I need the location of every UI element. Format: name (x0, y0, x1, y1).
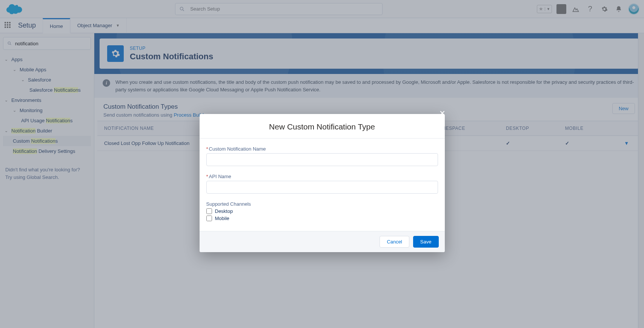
checkbox-label: Desktop (215, 208, 233, 214)
close-button[interactable]: ✕ (439, 109, 446, 118)
new-notification-type-modal: ✕ New Custom Notification Type *Custom N… (200, 114, 445, 252)
save-button[interactable]: Save (413, 236, 439, 248)
api-name-input[interactable] (206, 181, 438, 194)
desktop-checkbox[interactable] (206, 208, 212, 214)
label-supported-channels: Supported Channels (206, 201, 438, 207)
label-api-name: *API Name (206, 174, 438, 179)
close-icon: ✕ (439, 109, 446, 117)
modal-title: New Custom Notification Type (207, 122, 437, 131)
mobile-checkbox[interactable] (206, 216, 212, 221)
custom-notification-name-input[interactable] (206, 153, 438, 166)
checkbox-label: Mobile (215, 216, 229, 221)
label-custom-notification-name: *Custom Notification Name (206, 146, 438, 152)
cancel-button[interactable]: Cancel (380, 236, 409, 248)
